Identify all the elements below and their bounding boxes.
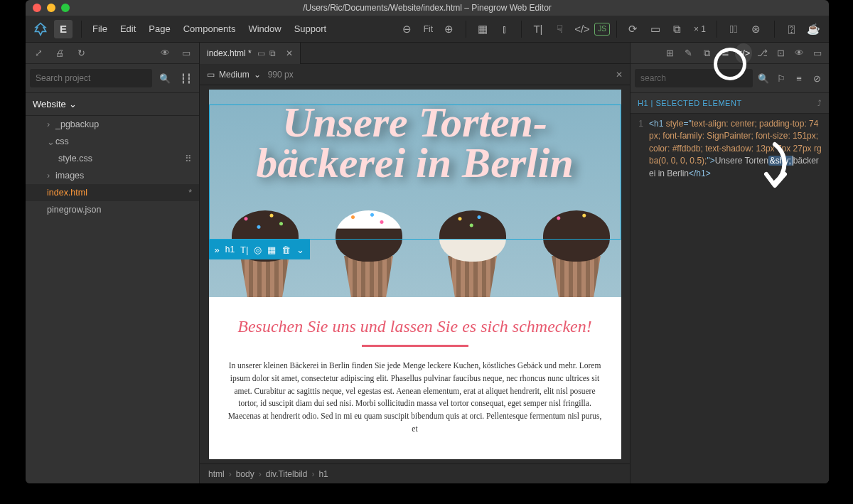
visibility-icon[interactable]: 👁̸: [724, 19, 744, 39]
library-icon[interactable]: ⊞: [661, 43, 678, 63]
crumb[interactable]: div.Titelbild: [266, 469, 308, 479]
delete-icon[interactable]: 🗑: [281, 245, 291, 255]
content-body[interactable]: In unserer kleinen Bäckerei in Berlin fi…: [226, 360, 604, 436]
tree-file-index[interactable]: index.html*: [26, 184, 199, 201]
zoom-level[interactable]: × 1: [690, 19, 710, 39]
bookmark-icon[interactable]: ⚐: [773, 68, 788, 88]
minimize-window-button[interactable]: [47, 4, 55, 12]
device-rect-icon: ▭: [207, 70, 215, 80]
crumb[interactable]: h1: [318, 469, 328, 479]
menu-window[interactable]: Window: [242, 23, 287, 34]
content-section: Besuchen Sie uns und lassen Sie es sich …: [209, 297, 621, 446]
tab-label: index.html *: [207, 48, 252, 58]
grid-icon[interactable]: ▦: [267, 245, 276, 255]
settings-icon[interactable]: ⊛: [746, 19, 766, 39]
more-chevron-icon[interactable]: ⌄: [296, 245, 304, 255]
click-tool-icon[interactable]: ☟: [550, 19, 570, 39]
undo-icon[interactable]: ↻: [73, 43, 90, 63]
tree-panel-icon[interactable]: ⎇: [753, 43, 771, 63]
titlebar: /Users/Ric/Documents/Website/index.html …: [26, 0, 829, 16]
center-panel: index.html * ▭⧉ ✕ ▭ Medium ⌄ 990 px ✕: [200, 43, 630, 483]
refresh-icon[interactable]: ⟳: [623, 19, 643, 39]
tab-device-icon[interactable]: ▭: [257, 48, 265, 58]
content-subtitle[interactable]: Besuchen Sie uns und lassen Sie es sich …: [226, 317, 604, 336]
menu-support[interactable]: Support: [288, 23, 333, 34]
breadcrumb: html› body› div.Titelbild› h1: [200, 463, 630, 483]
window-title: /Users/Ric/Documents/Website/index.html …: [26, 3, 829, 13]
project-search-input[interactable]: [30, 69, 152, 87]
tree-file-stylecss[interactable]: style.css⠿: [26, 150, 199, 167]
tree-folder-images[interactable]: ›images: [26, 167, 199, 184]
eye-icon[interactable]: 👁: [156, 43, 173, 63]
element-toolbar: » h1 T| ◎ ▦ 🗑 ⌄: [209, 240, 311, 259]
cupcake-image: [426, 205, 519, 297]
crumb[interactable]: body: [236, 469, 254, 479]
panel-title: H1 | SELECTED ELEMENT: [638, 99, 742, 107]
cupcake-image: [530, 205, 621, 297]
panels-icon[interactable]: ⧉: [667, 19, 687, 39]
help-icon[interactable]: ⍰: [781, 19, 801, 39]
menu-components[interactable]: Components: [177, 23, 242, 34]
target-icon[interactable]: ◎: [254, 245, 262, 255]
add-panel-icon[interactable]: ⊡: [772, 43, 789, 63]
tab-panels-icon[interactable]: ⧉: [269, 48, 276, 58]
modified-indicator: *: [188, 188, 192, 198]
eye-icon[interactable]: 👁: [790, 43, 808, 63]
pinegrow-logo-icon[interactable]: [31, 20, 50, 38]
tab-index[interactable]: index.html * ▭⧉ ✕: [200, 43, 301, 64]
engine-icon[interactable]: E: [54, 20, 73, 38]
coffee-icon[interactable]: ☕: [803, 19, 823, 39]
code-editor[interactable]: 1 <h1 style="text-align: center; padding…: [631, 114, 829, 483]
collapse-icon[interactable]: ▭: [178, 43, 195, 63]
layout-cols-icon[interactable]: ⫿: [495, 19, 515, 39]
chevron-down-icon: ⌄: [69, 99, 77, 109]
zoom-out-icon[interactable]: ⊖: [397, 19, 417, 39]
viewport-device: Medium: [219, 70, 250, 80]
tree-folder-css[interactable]: ⌄css: [26, 133, 199, 150]
crumb[interactable]: html: [208, 469, 225, 479]
viewport-selector[interactable]: ▭ Medium ⌄: [207, 70, 261, 80]
layout-grid-icon[interactable]: ▦: [473, 19, 493, 39]
page-canvas[interactable]: Unsere Torten- bäckerei in Berlin » h1 T…: [209, 90, 621, 459]
text-edit-icon[interactable]: T|: [240, 245, 248, 255]
viewport-bar: ▭ Medium ⌄ 990 px ✕: [200, 64, 630, 85]
tabbar: index.html * ▭⧉ ✕: [200, 43, 630, 64]
drag-handle-icon[interactable]: ⠿: [185, 154, 192, 164]
tree-folder-pgbackup[interactable]: ›_pgbackup: [26, 116, 199, 133]
alert-icon[interactable]: ⊘: [810, 68, 825, 88]
search-icon[interactable]: 🔍: [156, 68, 173, 88]
text-tool-icon[interactable]: T|: [528, 19, 548, 39]
js-tool-icon[interactable]: JS: [594, 23, 610, 36]
menu-edit[interactable]: Edit: [114, 23, 142, 34]
close-window-button[interactable]: [33, 4, 41, 12]
code-panel-icon[interactable]: </>: [735, 43, 752, 63]
stack-icon[interactable]: ≣: [717, 43, 734, 63]
tab-close-icon[interactable]: ✕: [286, 48, 293, 58]
code-tool-icon[interactable]: </>: [572, 19, 592, 39]
zoom-window-button[interactable]: [61, 4, 70, 12]
zoom-fit-button[interactable]: Fit: [419, 19, 437, 39]
pin-icon[interactable]: ⤴: [817, 99, 822, 107]
right-panel: ⊞ ✎ ⧉ ≣ </> ⎇ ⊡ 👁 ▭ 🔍 ⚐ ≡ ⊘ H1 | SELECTE…: [630, 43, 829, 483]
link-icon[interactable]: ⧉: [698, 43, 715, 63]
left-panel: ⤢ 🖨 ↻ 👁 ▭ 🔍 ┇┇ Website ⌄ ›_pgbackup ⌄css…: [26, 43, 200, 483]
project-header[interactable]: Website ⌄: [26, 93, 199, 116]
code-search-input[interactable]: [635, 69, 753, 87]
hero-heading[interactable]: Unsere Torten- bäckerei in Berlin: [209, 102, 621, 183]
hero-section: Unsere Torten- bäckerei in Berlin » h1 T…: [209, 90, 621, 297]
device-icon[interactable]: ▭: [645, 19, 665, 39]
menu-lines-icon[interactable]: ≡: [792, 68, 807, 88]
expand-icon[interactable]: »: [215, 245, 220, 255]
filter-icon[interactable]: ┇┇: [178, 68, 195, 88]
zoom-in-icon[interactable]: ⊕: [439, 19, 459, 39]
collapse-right-icon[interactable]: ▭: [809, 43, 826, 63]
menu-file[interactable]: File: [86, 23, 114, 34]
viewport-size: 990 px: [268, 70, 294, 80]
menu-page[interactable]: Page: [142, 23, 176, 34]
panel-toggle-icon[interactable]: ⤢: [30, 43, 47, 63]
viewport-close-icon[interactable]: ✕: [616, 70, 623, 80]
tree-file-pinegrow[interactable]: pinegrow.json: [26, 201, 199, 218]
print-icon[interactable]: 🖨: [51, 43, 68, 63]
brush-icon[interactable]: ✎: [680, 43, 697, 63]
search-icon[interactable]: 🔍: [756, 68, 771, 88]
